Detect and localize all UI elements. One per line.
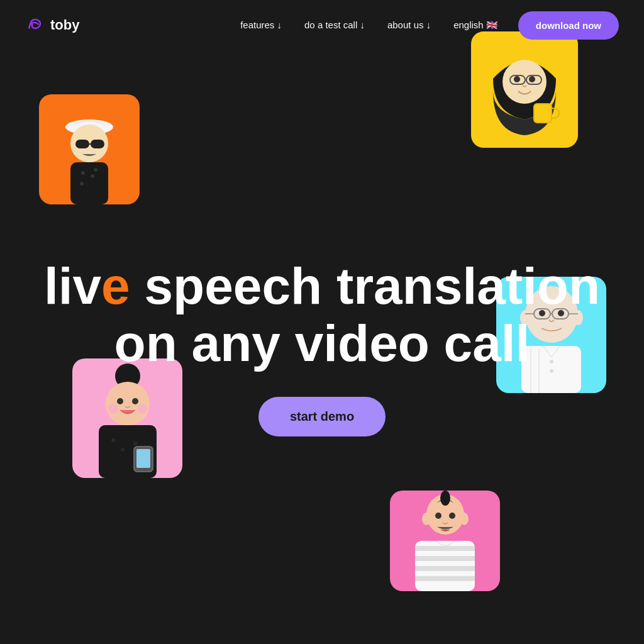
hero-title-line2: on any video call [114, 314, 530, 372]
start-demo-button[interactable]: start demo [258, 397, 386, 436]
hero-title-line1: live speech translation [44, 257, 600, 314]
hero-highlight-letter: e [101, 257, 130, 314]
hero-title: live speech translation on any video cal… [44, 258, 600, 371]
hero-section: live speech translation on any video cal… [0, 50, 644, 644]
nav-features[interactable]: features ↓ [240, 19, 282, 31]
logo-text: toby [50, 17, 79, 33]
nav-links: features ↓ do a test call ↓ about us ↓ e… [240, 19, 498, 31]
nav-language[interactable]: english 🇬🇧 [453, 19, 498, 31]
nav-test-call[interactable]: do a test call ↓ [304, 19, 365, 31]
logo[interactable]: toby [25, 15, 79, 35]
download-now-button[interactable]: download now [518, 11, 619, 40]
logo-icon [25, 15, 45, 35]
navbar: toby features ↓ do a test call ↓ about u… [0, 0, 644, 50]
nav-about-us[interactable]: about us ↓ [387, 19, 431, 31]
